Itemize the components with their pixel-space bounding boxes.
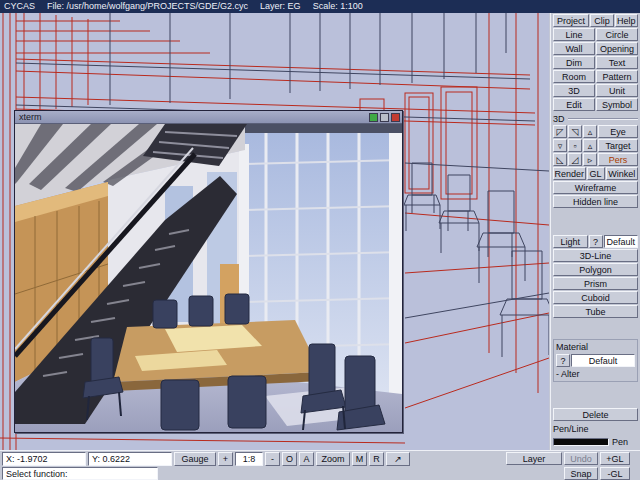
section-divider <box>568 118 638 120</box>
move-button[interactable]: M <box>352 452 367 466</box>
solid-prism-button[interactable]: Prism <box>553 277 638 290</box>
view-nav-downright-icon[interactable]: ◿ <box>568 153 582 166</box>
view-nav-up2-icon[interactable]: ▵ <box>583 139 597 152</box>
tool-circle-button[interactable]: Circle <box>596 28 638 41</box>
menu-help-button[interactable]: Help <box>615 14 638 27</box>
tool-text-button[interactable]: Text <box>596 56 638 69</box>
tool-panel: Project Clip Help Line Circle Wall Openi… <box>550 13 640 450</box>
view-pers-button[interactable]: Pers <box>598 153 638 166</box>
pen-color-swatch[interactable] <box>553 438 609 446</box>
solid-polygon-button[interactable]: Polygon <box>553 263 638 276</box>
view-nav-center-icon[interactable]: ▫ <box>568 139 582 152</box>
pen-swatch-label: Pen <box>612 437 628 447</box>
gauge-button[interactable]: Gauge <box>174 452 216 466</box>
tool-dim-button[interactable]: Dim <box>553 56 595 69</box>
zoom-out-button[interactable]: - <box>265 452 280 466</box>
scale-label: Scale: 1:100 <box>313 1 363 11</box>
delete-button[interactable]: Delete <box>553 408 638 421</box>
menu-clip-button[interactable]: Clip <box>590 14 613 27</box>
view-nav-upleft-icon[interactable]: ◸ <box>553 125 567 138</box>
xterm-titlebar[interactable]: xterm <box>15 111 402 124</box>
section-3d-header: 3D <box>553 113 638 124</box>
view-nav-up-icon[interactable]: ▵ <box>583 125 597 138</box>
gl-button[interactable]: GL <box>587 167 605 180</box>
zoom-ratio-field[interactable]: 1:8 <box>235 452 263 466</box>
tool-edit-button[interactable]: Edit <box>553 98 595 111</box>
window-close-button[interactable] <box>391 113 400 122</box>
rendered-scene <box>15 124 402 432</box>
northeast-arrow-icon: ↗ <box>394 454 402 464</box>
undo-button[interactable]: Undo <box>564 452 598 465</box>
solid-3dline-button[interactable]: 3D-Line <box>553 249 638 262</box>
minus-gl-button[interactable]: -GL <box>600 467 630 480</box>
view-nav-down-icon[interactable]: ▿ <box>553 139 567 152</box>
snap-button[interactable]: Snap <box>564 467 598 480</box>
zoom-in-button[interactable]: + <box>218 452 233 466</box>
material-group: Material ? Default - Alter <box>553 339 638 382</box>
all-button[interactable]: A <box>299 452 314 466</box>
y-coordinate-display: Y: 0.6222 <box>88 452 172 466</box>
cycas-application-window: CYCASFile: /usr/home/wolfgang/PROJECTS/G… <box>0 0 640 480</box>
solid-tube-button[interactable]: Tube <box>553 305 638 318</box>
wireframe-button[interactable]: Wireframe <box>553 181 638 194</box>
pen-line-label: Pen/Line <box>553 424 638 434</box>
winkel-button[interactable]: Winkel <box>606 167 639 180</box>
light-button[interactable]: Light <box>553 235 588 248</box>
zoom-button[interactable]: Zoom <box>316 452 350 466</box>
origin-button[interactable]: O <box>282 452 297 466</box>
hidden-line-button[interactable]: Hidden line <box>553 195 638 208</box>
material-help-button[interactable]: ? <box>556 354 570 367</box>
menu-project-button[interactable]: Project <box>553 14 589 27</box>
tool-opening-button[interactable]: Opening <box>596 42 638 55</box>
tool-wall-button[interactable]: Wall <box>553 42 595 55</box>
tool-room-button[interactable]: Room <box>553 70 595 83</box>
view-nav-downleft-icon[interactable]: ◺ <box>553 153 567 166</box>
xterm-title: xterm <box>17 112 367 122</box>
redraw-button[interactable]: R <box>369 452 384 466</box>
rendered-view <box>15 124 402 432</box>
light-default-dropdown[interactable]: Default <box>604 235 639 248</box>
material-label: Material <box>556 342 635 352</box>
window-maximize-button[interactable] <box>380 113 389 122</box>
section-3d-label: 3D <box>553 114 565 124</box>
render-button[interactable]: Render <box>553 167 586 180</box>
xterm-window: xterm <box>14 110 403 433</box>
status-toolbar: X: -1.9702 Y: 0.6222 Gauge + 1:8 - O A Z… <box>0 450 640 480</box>
plus-gl-button[interactable]: +GL <box>600 452 630 465</box>
tool-unit-button[interactable]: Unit <box>596 84 638 97</box>
layer-button[interactable]: Layer <box>506 452 562 465</box>
view-nav-right-icon[interactable]: ▹ <box>583 153 597 166</box>
layer-label: Layer: EG <box>260 1 301 11</box>
app-titlebar: CYCASFile: /usr/home/wolfgang/PROJECTS/G… <box>0 0 640 13</box>
view-eye-button[interactable]: Eye <box>598 125 638 138</box>
x-coordinate-display: X: -1.9702 <box>2 452 86 466</box>
tool-symbol-button[interactable]: Symbol <box>596 98 638 111</box>
view-nav-upright-icon[interactable]: ◹ <box>568 125 582 138</box>
file-path-label: File: /usr/home/wolfgang/PROJECTS/GDE/G2… <box>47 1 248 11</box>
status-message-field: Select function: <box>2 467 158 480</box>
light-help-button[interactable]: ? <box>589 235 603 248</box>
material-default-dropdown[interactable]: Default <box>571 354 635 367</box>
window-iconify-button[interactable] <box>369 113 378 122</box>
app-name: CYCAS <box>4 1 35 11</box>
pointer-arrow-button[interactable]: ↗ <box>386 452 410 466</box>
tool-3d-button[interactable]: 3D <box>553 84 595 97</box>
tool-line-button[interactable]: Line <box>553 28 595 41</box>
solid-cuboid-button[interactable]: Cuboid <box>553 291 638 304</box>
material-alter-option[interactable]: - Alter <box>556 369 635 379</box>
tool-pattern-button[interactable]: Pattern <box>596 70 638 83</box>
view-target-button[interactable]: Target <box>598 139 638 152</box>
